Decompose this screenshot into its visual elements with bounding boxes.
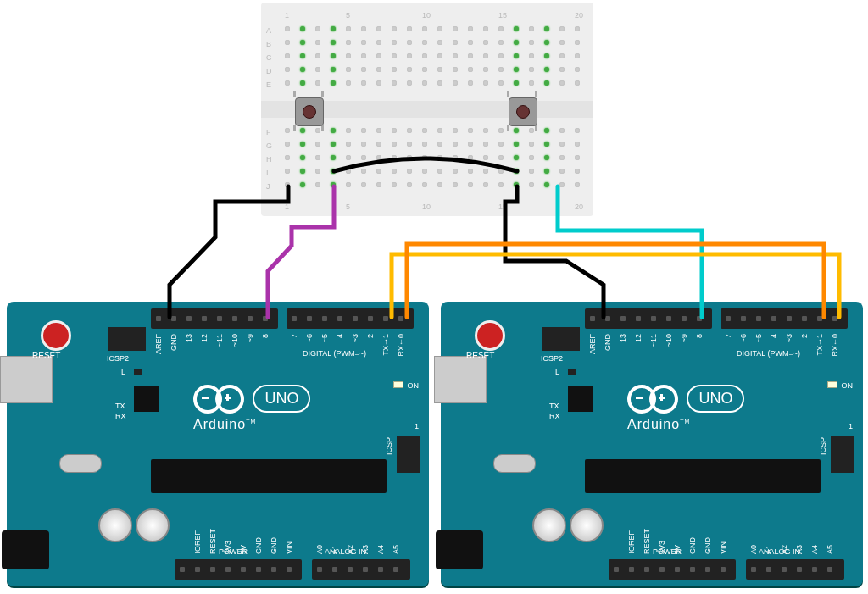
pin-A2[interactable] [348, 567, 353, 572]
bb-hole[interactable] [453, 40, 458, 45]
bb-hole[interactable] [361, 53, 366, 58]
bb-hole[interactable] [376, 26, 381, 31]
bb-hole[interactable] [315, 128, 320, 133]
bb-hole[interactable] [300, 40, 305, 45]
bb-hole[interactable] [559, 142, 565, 147]
pin-2[interactable] [368, 316, 373, 321]
bb-hole[interactable] [575, 53, 580, 58]
bb-hole[interactable] [575, 155, 580, 160]
bb-hole[interactable] [315, 80, 320, 86]
bb-hole[interactable] [361, 155, 366, 160]
reset-button[interactable] [475, 320, 505, 351]
bb-hole[interactable] [331, 128, 336, 133]
bb-hole[interactable] [559, 128, 565, 133]
power-jack[interactable] [436, 530, 483, 569]
bb-hole[interactable] [315, 155, 320, 160]
bb-hole[interactable] [392, 128, 397, 133]
bb-hole[interactable] [514, 128, 519, 133]
bb-hole[interactable] [529, 182, 534, 187]
bb-hole[interactable] [422, 26, 427, 31]
bb-hole[interactable] [346, 128, 351, 133]
bb-hole[interactable] [376, 155, 381, 160]
bb-hole[interactable] [437, 169, 442, 174]
bb-hole[interactable] [514, 182, 519, 187]
bb-hole[interactable] [407, 128, 412, 133]
bb-hole[interactable] [331, 53, 336, 58]
bb-hole[interactable] [544, 182, 549, 187]
bb-hole[interactable] [346, 67, 351, 72]
bb-hole[interactable] [498, 67, 504, 72]
bb-hole[interactable] [331, 155, 336, 160]
bb-hole[interactable] [422, 142, 427, 147]
bb-hole[interactable] [453, 128, 458, 133]
bb-hole[interactable] [315, 40, 320, 45]
pin-4[interactable] [771, 316, 776, 321]
bb-hole[interactable] [407, 155, 412, 160]
bb-hole[interactable] [468, 26, 473, 31]
bb-hole[interactable] [346, 80, 351, 86]
bb-hole[interactable] [559, 67, 565, 72]
bb-hole[interactable] [285, 67, 290, 72]
bb-hole[interactable] [346, 155, 351, 160]
bb-hole[interactable] [392, 26, 397, 31]
bb-hole[interactable] [331, 142, 336, 147]
bb-hole[interactable] [361, 80, 366, 86]
bb-hole[interactable] [407, 26, 412, 31]
bb-hole[interactable] [315, 26, 320, 31]
pin-GND[interactable] [705, 567, 710, 572]
bb-hole[interactable] [514, 80, 519, 86]
bb-hole[interactable] [392, 40, 397, 45]
bb-hole[interactable] [529, 67, 534, 72]
icsp-header[interactable] [397, 436, 420, 473]
pin-IOREF[interactable] [629, 567, 634, 572]
bb-hole[interactable] [453, 26, 458, 31]
pin-TX→1[interactable] [383, 316, 388, 321]
pin-A3[interactable] [363, 567, 368, 572]
power-header[interactable] [609, 559, 736, 580]
bb-hole[interactable] [300, 182, 305, 187]
bb-hole[interactable] [498, 40, 504, 45]
bb-hole[interactable] [498, 142, 504, 147]
pin-IOREF[interactable] [195, 567, 200, 572]
bb-hole[interactable] [376, 40, 381, 45]
pin-GND[interactable] [690, 567, 695, 572]
pin-A5[interactable] [393, 567, 398, 572]
bb-hole[interactable] [544, 53, 549, 58]
pin-2[interactable] [802, 316, 807, 321]
pin-AREF[interactable] [156, 316, 161, 321]
bb-hole[interactable] [453, 67, 458, 72]
bb-hole[interactable] [407, 142, 412, 147]
bb-hole[interactable] [453, 142, 458, 147]
bb-hole[interactable] [544, 169, 549, 174]
bb-hole[interactable] [300, 26, 305, 31]
bb-hole[interactable] [300, 169, 305, 174]
bb-hole[interactable] [483, 169, 488, 174]
bb-hole[interactable] [331, 67, 336, 72]
bb-hole[interactable] [575, 169, 580, 174]
bb-hole[interactable] [468, 53, 473, 58]
pin-~9[interactable] [248, 316, 253, 321]
bb-hole[interactable] [361, 26, 366, 31]
bb-hole[interactable] [376, 142, 381, 147]
bb-hole[interactable] [575, 40, 580, 45]
bb-hole[interactable] [300, 142, 305, 147]
bb-hole[interactable] [559, 80, 565, 86]
digital-header-left[interactable] [585, 308, 712, 329]
bb-hole[interactable] [346, 169, 351, 174]
pin-~10[interactable] [666, 316, 671, 321]
pin-GND[interactable] [605, 316, 610, 321]
pin-3V3[interactable] [225, 567, 231, 572]
bb-hole[interactable] [483, 67, 488, 72]
bb-hole[interactable] [300, 67, 305, 72]
bb-hole[interactable] [300, 53, 305, 58]
bb-hole[interactable] [544, 67, 549, 72]
bb-hole[interactable] [453, 80, 458, 86]
pin-A1[interactable] [766, 567, 771, 572]
pin-~10[interactable] [232, 316, 237, 321]
analog-header[interactable] [312, 559, 410, 580]
bb-hole[interactable] [514, 40, 519, 45]
bb-hole[interactable] [559, 26, 565, 31]
pin-[interactable] [180, 567, 185, 572]
bb-hole[interactable] [422, 40, 427, 45]
bb-hole[interactable] [407, 182, 412, 187]
